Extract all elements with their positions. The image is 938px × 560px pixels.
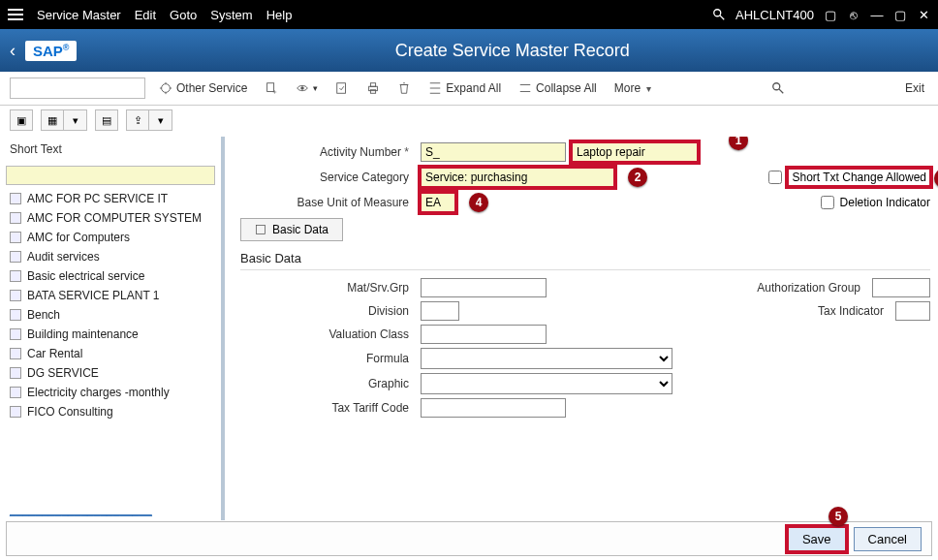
short-text-list[interactable]: AMC FOR PC SERVICE IT AMC FOR COMPUTER S… xyxy=(0,189,221,499)
export-dropdown-icon[interactable]: ▾ xyxy=(149,109,172,131)
cancel-button[interactable]: Cancel xyxy=(854,527,922,551)
valuation-class-input[interactable] xyxy=(421,325,547,344)
svg-point-0 xyxy=(714,10,721,16)
app-toolbar: Other Service ＋ ▾ Expand All Collapse Al… xyxy=(0,72,938,106)
menu-service-master[interactable]: Service Master xyxy=(37,8,121,22)
formula-select[interactable] xyxy=(421,348,672,369)
search-icon[interactable] xyxy=(712,8,726,21)
toolbar-expand-all[interactable]: Expand All xyxy=(424,79,505,97)
base-uom-label: Base Unit of Measure xyxy=(240,196,415,209)
system-id: AHLCLNT400 xyxy=(735,8,814,22)
tax-indicator-input[interactable] xyxy=(895,301,930,321)
grid-icon[interactable]: ▦ xyxy=(41,109,64,131)
toolbar-check-icon[interactable] xyxy=(331,79,353,97)
minimize-icon[interactable]: — xyxy=(870,8,884,21)
graphic-select[interactable] xyxy=(421,373,672,394)
toolbar-display-icon[interactable]: ▾ xyxy=(292,79,322,97)
short-txt-change-checkbox[interactable] xyxy=(768,171,782,184)
authorization-group-input[interactable] xyxy=(872,278,930,297)
command-field[interactable] xyxy=(10,78,145,99)
menu-edit[interactable]: Edit xyxy=(135,8,156,22)
secondary-toolbar: ▣ ▦ ▾ ▤ ⇪ ▾ xyxy=(0,106,938,137)
grid-dropdown-icon[interactable]: ▾ xyxy=(64,109,87,131)
list-item[interactable]: Bench xyxy=(0,305,221,325)
toolbar-find-icon[interactable] xyxy=(771,81,785,95)
toolbar-other-service[interactable]: Other Service xyxy=(155,79,251,97)
short-txt-change-label: Short Txt Change Allowed xyxy=(788,169,930,186)
maximize-icon[interactable]: ▢ xyxy=(893,8,907,21)
close-icon[interactable]: ✕ xyxy=(917,8,930,21)
document-icon xyxy=(10,290,21,301)
menu-system[interactable]: System xyxy=(210,8,252,22)
division-label: Division xyxy=(240,304,415,318)
base-uom-input[interactable] xyxy=(421,193,455,212)
activity-number-text-input[interactable] xyxy=(572,142,698,162)
list-item[interactable]: AMC FOR PC SERVICE IT xyxy=(0,189,221,208)
left-pane-heading: Short Text xyxy=(0,137,221,162)
list-item[interactable]: FICO Consulting xyxy=(0,402,221,421)
back-button[interactable]: ‹ xyxy=(10,41,16,61)
list-item[interactable]: AMC for Computers xyxy=(0,228,221,247)
list-item[interactable]: BATA SERVICE PLANT 1 xyxy=(0,286,221,305)
tax-tariff-code-input[interactable] xyxy=(421,398,566,418)
toolbar-exit-label: Exit xyxy=(905,81,924,95)
document-icon xyxy=(10,270,21,282)
page-title: Create Service Master Record xyxy=(96,41,928,61)
toolbar-expand-all-label: Expand All xyxy=(446,81,501,95)
toolbar-delete-icon[interactable] xyxy=(393,79,415,97)
list-item[interactable]: Electricity charges -monthly xyxy=(0,383,221,402)
list-item[interactable]: Audit services xyxy=(0,247,221,266)
toolbar-create-icon[interactable]: ＋ xyxy=(261,79,282,97)
authorization-group-label: Authorization Group xyxy=(757,281,866,295)
left-pane-bottom-link[interactable]: ______________________ xyxy=(0,499,221,520)
tax-tariff-code-label: Tax Tariff Code xyxy=(240,401,415,415)
section-basic-data-title: Basic Data xyxy=(240,251,930,265)
deletion-indicator-checkbox[interactable] xyxy=(821,196,834,209)
toolbar-print-icon[interactable] xyxy=(362,79,384,97)
service-category-input[interactable] xyxy=(421,168,614,187)
sap-logo: SAP® xyxy=(25,41,77,61)
step-badge-5: 5 xyxy=(829,507,848,526)
list-item[interactable]: Car Rental xyxy=(0,344,221,363)
menu-goto[interactable]: Goto xyxy=(170,8,197,22)
toolbar-exit[interactable]: Exit xyxy=(901,79,928,97)
save-button[interactable]: Save xyxy=(788,527,846,551)
step-badge-4: 4 xyxy=(469,193,488,212)
tree-expand-icon[interactable]: ▣ xyxy=(10,109,33,131)
mat-srv-grp-label: Mat/Srv.Grp xyxy=(240,281,415,295)
document-icon xyxy=(10,232,21,243)
document-icon xyxy=(10,367,21,379)
activity-number-input[interactable] xyxy=(421,142,566,162)
list-item[interactable]: Building maintenance xyxy=(0,325,221,344)
step-badge-3: 3 xyxy=(934,169,938,188)
step-badge-2: 2 xyxy=(628,168,647,187)
mat-srv-grp-input[interactable] xyxy=(421,278,547,297)
graphic-label: Graphic xyxy=(240,377,415,390)
division-input[interactable] xyxy=(421,301,459,321)
toolbar-collapse-all-label: Collapse All xyxy=(536,81,597,95)
toolbar-more[interactable]: More xyxy=(610,79,655,97)
list-item[interactable]: Basic electrical service xyxy=(0,266,221,286)
tab-basic-data[interactable]: Basic Data xyxy=(240,218,343,241)
document-icon xyxy=(10,328,21,340)
export-icon[interactable]: ⇪ xyxy=(126,109,149,131)
tab-icon xyxy=(255,224,266,235)
settings-icon[interactable]: ⎋ xyxy=(847,8,860,21)
document-icon xyxy=(10,212,21,224)
tax-indicator-label: Tax Indicator xyxy=(818,304,890,318)
menu-help[interactable]: Help xyxy=(266,8,293,22)
list-item[interactable]: DG SERVICE xyxy=(0,363,221,383)
left-pane-filter-input[interactable] xyxy=(6,166,215,185)
svg-point-2 xyxy=(162,84,171,93)
layout-icon[interactable]: ▤ xyxy=(95,109,118,131)
toolbar-other-service-label: Other Service xyxy=(176,81,247,95)
document-icon xyxy=(10,406,21,418)
document-icon xyxy=(10,251,21,263)
list-item[interactable]: AMC FOR COMPUTER SYSTEM xyxy=(0,208,221,228)
window-new-icon[interactable]: ▢ xyxy=(824,8,837,21)
toolbar-collapse-all[interactable]: Collapse All xyxy=(515,79,601,97)
formula-label: Formula xyxy=(240,352,415,365)
svg-point-10 xyxy=(773,83,780,90)
menu-hamburger-icon[interactable] xyxy=(8,9,23,20)
toolbar-more-label: More xyxy=(614,81,641,95)
